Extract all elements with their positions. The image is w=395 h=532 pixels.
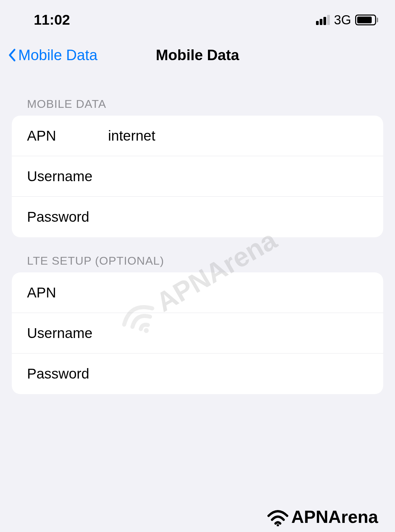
section-header-lte-setup: LTE SETUP (OPTIONAL) <box>0 237 395 272</box>
label-username: Username <box>27 168 108 185</box>
label-apn: APN <box>27 128 108 144</box>
label-lte-username: Username <box>27 325 108 341</box>
status-right: 3G <box>316 13 378 27</box>
section-group-mobile-data: APN Username Password <box>12 116 383 237</box>
form-row-apn[interactable]: APN <box>12 116 383 156</box>
input-lte-password[interactable] <box>108 366 368 382</box>
battery-icon <box>355 15 378 25</box>
signal-strength-icon <box>316 15 330 25</box>
page-title: Mobile Data <box>156 47 239 64</box>
chevron-left-icon <box>7 47 17 64</box>
status-bar: 11:02 3G <box>0 0 395 40</box>
wifi-icon <box>266 508 290 526</box>
section-header-mobile-data: MOBILE DATA <box>0 80 395 116</box>
watermark-bottom-text: APNArena <box>291 507 378 527</box>
form-row-lte-apn[interactable]: APN <box>12 272 383 313</box>
section-group-lte-setup: APN Username Password <box>12 272 383 394</box>
label-lte-password: Password <box>27 366 108 382</box>
label-password: Password <box>27 209 108 225</box>
network-type: 3G <box>334 13 351 27</box>
input-password[interactable] <box>108 209 368 225</box>
navigation-bar: Mobile Data Mobile Data <box>0 40 395 80</box>
input-apn[interactable] <box>108 128 368 144</box>
form-row-password[interactable]: Password <box>12 197 383 237</box>
svg-point-1 <box>276 524 279 526</box>
back-label: Mobile Data <box>18 47 98 64</box>
form-row-lte-password[interactable]: Password <box>12 354 383 394</box>
label-lte-apn: APN <box>27 285 108 301</box>
input-lte-apn[interactable] <box>108 285 368 301</box>
form-row-username[interactable]: Username <box>12 156 383 197</box>
form-row-lte-username[interactable]: Username <box>12 313 383 354</box>
back-button[interactable]: Mobile Data <box>7 47 98 64</box>
watermark-bottom: APNArena <box>266 507 378 527</box>
input-username[interactable] <box>108 168 368 185</box>
input-lte-username[interactable] <box>108 325 368 341</box>
status-time: 11:02 <box>34 12 70 28</box>
